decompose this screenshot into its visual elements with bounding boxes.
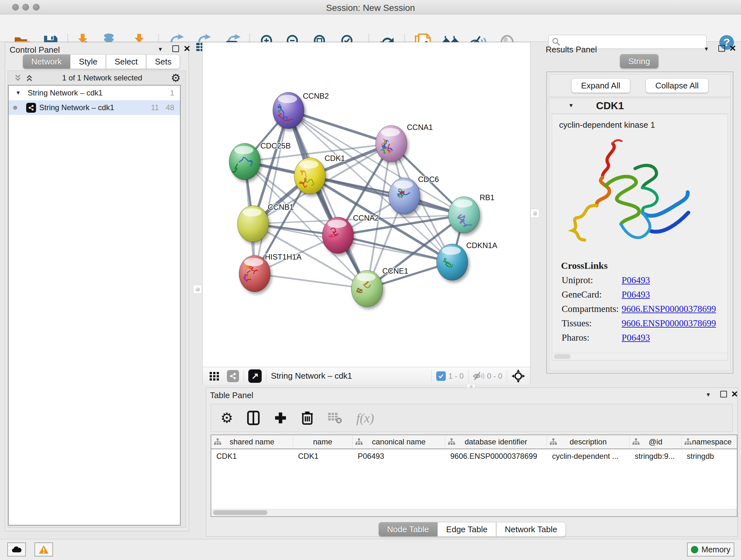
detach-view-icon[interactable]: ↗ [248,369,262,383]
network-node-RB1[interactable] [448,197,480,233]
column-header-database-identifier[interactable]: database identifier [445,435,547,449]
delete-column-icon[interactable] [301,411,313,425]
shared-column-icon [549,438,557,445]
column-header-shared-name[interactable]: shared name [211,435,293,449]
table-cell[interactable]: stringdb:9... [630,449,682,464]
column-header-@id[interactable]: @id [630,435,682,449]
add-column-icon[interactable] [274,411,287,425]
cloud-button[interactable] [7,543,26,557]
tab-sets[interactable]: Sets [146,54,180,69]
warnings-button[interactable] [35,543,53,557]
network-share-icon[interactable] [227,370,239,382]
left-splitter-handle[interactable] [193,285,202,294]
memory-button[interactable]: Memory [687,543,734,557]
tab-string[interactable]: String [620,54,659,69]
show-columns-icon[interactable] [247,411,260,425]
tab-network[interactable]: Network [23,54,70,69]
table-cell[interactable]: stringdb [682,449,738,464]
results-panel: Results Panel ▼ × String Expand All Coll… [542,42,735,385]
table-panel-float-icon[interactable] [720,391,727,397]
crosslink-link[interactable]: 9606.ENSP00000378699 [622,318,716,328]
gene-section-header[interactable]: ▼ CDK1 [549,98,731,114]
network-node-CDC25B[interactable] [229,143,260,180]
network-node-CCNA2[interactable] [322,217,354,253]
table-cell[interactable]: CDK1 [293,449,353,464]
table-cell[interactable]: cyclin-dependent ... [547,449,630,464]
network-node-CCNA1[interactable] [376,125,407,162]
results-panel-menu-icon[interactable]: ▼ [704,46,709,52]
node-highlight [299,160,319,169]
network-node-CCNB1[interactable] [238,206,269,242]
expand-all-button[interactable]: Expand All [571,78,630,93]
results-panel-close-icon[interactable]: × [730,45,736,51]
results-panel-float-icon[interactable] [718,45,725,52]
network-canvas[interactable]: CCNB2CCNA1CDC25BCDK1CDC6RB1CCNB1CCNA2CDK… [203,43,530,367]
column-header-namespace[interactable]: namespace [682,435,738,449]
status-bar: Memory [0,539,741,560]
network-selector-bar: 1 of 1 Network selected ⚙ [8,71,186,85]
crosslink-link[interactable]: P06493 [622,289,650,300]
network-edge[interactable] [255,273,367,289]
table-panel-menu-icon[interactable]: ▼ [705,392,711,398]
table-options-gear-icon[interactable]: ⚙ [220,412,233,424]
table-panel-tabs: Node TableEdge TableNetwork Table [379,522,566,537]
window-title: Session: New Session [0,3,741,13]
node-highlight [394,180,413,189]
node-label-CCNB2: CCNB2 [303,91,329,100]
control-panel-close-icon[interactable]: × [184,45,190,51]
collection-expand-icon[interactable]: ▼ [16,90,21,96]
tab-select[interactable]: Select [106,54,146,69]
network-edge[interactable] [288,111,391,144]
control-panel-menu-icon[interactable]: ▼ [158,46,163,53]
table-h-scrollbar[interactable] [211,509,737,516]
network-edge[interactable] [310,176,464,215]
column-header-description[interactable]: description [547,435,630,449]
node-label-CCNA2: CCNA2 [353,213,379,222]
expand-all-chevron-icon[interactable] [25,74,33,82]
tab-style[interactable]: Style [70,54,106,69]
birds-eye-view-icon[interactable] [512,369,525,383]
table-row[interactable]: CDK1CDK1P064939606.ENSP00000378699cyclin… [211,449,737,464]
expand-collapse-bar: Expand All Collapse All [549,74,731,97]
network-collection-row[interactable]: ▼ String Network – cdk1 1 [9,85,180,100]
network-graph[interactable]: CCNB2CCNA1CDC25BCDK1CDC6RB1CCNB1CCNA2CDK… [203,43,530,367]
node-label-CCNA1: CCNA1 [407,123,433,132]
tab-node-table[interactable]: Node Table [379,522,437,537]
network-view: CCNB2CCNA1CDC25BCDK1CDC6RB1CCNB1CCNA2CDK… [202,42,530,385]
network-list: ▼ String Network – cdk1 1 String Network… [8,85,181,525]
delete-table-icon[interactable] [327,412,342,424]
selected-checkbox-icon[interactable] [436,371,446,381]
column-header-label: shared name [229,437,274,446]
table-cell[interactable]: P06493 [353,449,445,464]
tab-edge-table[interactable]: Edge Table [437,522,496,537]
function-builder-icon[interactable]: f(x) [356,411,374,426]
network-node-CCNB2[interactable] [273,92,304,129]
network-options-gear-icon[interactable]: ⚙ [171,73,181,83]
column-header-name[interactable]: name [293,435,353,449]
network-node-CDKN1A[interactable] [436,244,468,280]
crosslink-link[interactable]: P06493 [622,275,650,286]
gene-collapse-icon[interactable]: ▼ [568,103,574,109]
network-row[interactable]: String Network – cdk1 11 48 [9,100,180,115]
table-cell[interactable]: 9606.ENSP00000378699 [445,449,547,464]
right-splitter-handle[interactable] [530,209,539,218]
collapse-all-chevron-icon[interactable] [14,74,22,82]
network-node-CDK1[interactable] [294,158,326,194]
table-panel-close-icon[interactable]: × [731,390,738,397]
crosslink-link[interactable]: P06493 [622,332,650,343]
network-edge[interactable] [288,111,367,289]
collapse-all-button[interactable]: Collapse All [646,78,709,93]
column-header-canonical-name[interactable]: canonical name [353,435,445,449]
control-panel-float-icon[interactable] [172,45,179,52]
gene-scrollbar[interactable] [552,353,728,360]
network-node-CCNE1[interactable] [351,270,383,307]
hidden-eye-icon[interactable] [473,371,484,381]
crosslink-link[interactable]: 9606.ENSP00000378699 [622,304,716,314]
node-label-RB1: RB1 [480,193,495,202]
table-header-row: shared namenamecanonical namedatabase id… [211,435,737,449]
grid-view-icon[interactable] [209,371,220,381]
table-cell[interactable]: CDK1 [211,449,293,464]
tab-network-table[interactable]: Network Table [496,522,566,537]
network-node-CDC6[interactable] [389,178,420,214]
results-panel-title: Results Panel [546,45,597,55]
